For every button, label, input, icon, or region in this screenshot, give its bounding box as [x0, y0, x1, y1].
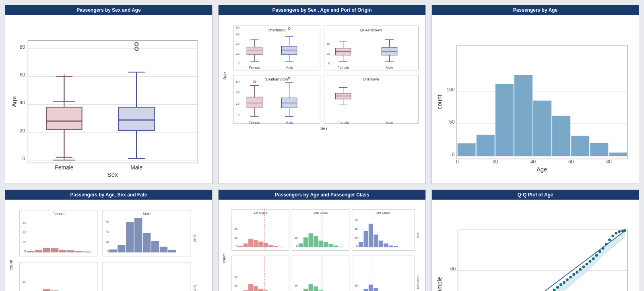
boxplot-sex-age-svg: Age 0 20 40 60 80 — [8, 18, 209, 180]
svg-rect-267 — [308, 284, 313, 291]
svg-line-305 — [479, 231, 625, 291]
svg-text:Queenstown: Queenstown — [360, 28, 382, 32]
svg-text:40: 40 — [20, 100, 25, 105]
svg-text:count: count — [222, 254, 226, 263]
svg-point-351 — [618, 230, 621, 233]
svg-point-347 — [605, 243, 608, 246]
svg-rect-121 — [552, 116, 571, 156]
svg-text:Male: Male — [386, 121, 393, 125]
faceted-boxplot-svg: Age Cherbourg 0 20 40 60 80 — [222, 18, 422, 130]
chart-title-5: Passengers by Age and Passenger Class — [219, 190, 425, 200]
svg-rect-123 — [590, 143, 609, 157]
svg-point-339 — [579, 268, 582, 271]
svg-text:0: 0 — [238, 62, 239, 65]
svg-rect-156 — [168, 250, 176, 253]
svg-rect-207 — [253, 240, 258, 248]
svg-rect-243 — [232, 256, 289, 291]
chart-area-4: count Female 0 20 40 60 — [5, 200, 212, 291]
svg-rect-138 — [27, 251, 35, 253]
svg-text:60: 60 — [568, 159, 574, 165]
svg-text:Survived: Survived — [193, 285, 197, 291]
svg-text:2nd Class: 2nd Class — [314, 211, 328, 215]
svg-text:60: 60 — [105, 220, 109, 223]
svg-text:Female: Female — [249, 121, 260, 125]
svg-rect-23 — [119, 107, 155, 130]
svg-point-349 — [611, 235, 614, 237]
svg-rect-154 — [151, 241, 159, 253]
svg-rect-251 — [253, 286, 258, 291]
svg-rect-119 — [514, 75, 533, 156]
svg-rect-234 — [359, 242, 363, 247]
svg-text:0: 0 — [452, 152, 455, 157]
svg-rect-132 — [20, 210, 98, 256]
chart-area-1: Age 0 20 40 60 80 — [5, 15, 212, 184]
svg-text:60: 60 — [236, 33, 240, 36]
svg-rect-117 — [476, 134, 495, 156]
svg-text:40: 40 — [236, 91, 240, 94]
svg-rect-144 — [75, 251, 83, 253]
svg-point-344 — [595, 254, 598, 257]
svg-rect-205 — [243, 244, 248, 248]
svg-text:0: 0 — [328, 62, 330, 65]
svg-point-346 — [602, 247, 605, 250]
svg-rect-141 — [51, 248, 59, 253]
svg-text:80: 80 — [20, 44, 25, 50]
svg-text:40: 40 — [236, 42, 240, 46]
svg-rect-211 — [273, 246, 278, 248]
svg-text:0: 0 — [238, 114, 239, 117]
svg-rect-278 — [352, 256, 415, 291]
svg-rect-75 — [233, 75, 320, 124]
svg-text:Died: Died — [193, 235, 197, 242]
svg-rect-139 — [35, 250, 43, 253]
svg-text:Unknown: Unknown — [363, 77, 379, 81]
svg-marker-304 — [479, 231, 625, 291]
svg-point-342 — [589, 260, 592, 263]
svg-rect-208 — [258, 241, 263, 247]
svg-rect-303 — [458, 230, 627, 291]
svg-rect-250 — [248, 284, 253, 291]
svg-text:Sample: Sample — [436, 277, 443, 291]
svg-point-353 — [623, 229, 626, 232]
svg-text:0: 0 — [23, 156, 25, 161]
svg-text:count: count — [8, 260, 13, 270]
svg-rect-226 — [339, 247, 343, 248]
svg-text:0: 0 — [296, 245, 298, 248]
svg-rect-221 — [314, 236, 318, 247]
svg-text:Male: Male — [143, 212, 151, 216]
svg-text:50: 50 — [449, 119, 455, 125]
svg-text:Female: Female — [337, 121, 349, 125]
svg-text:60: 60 — [450, 266, 456, 272]
svg-point-336 — [569, 276, 572, 279]
svg-rect-283 — [363, 289, 368, 291]
svg-rect-223 — [324, 242, 328, 247]
svg-rect-124 — [609, 153, 627, 156]
svg-text:20: 20 — [355, 284, 358, 287]
svg-rect-140 — [43, 248, 51, 253]
svg-text:Sex: Sex — [107, 171, 118, 178]
svg-text:100: 100 — [446, 87, 454, 93]
svg-rect-150 — [118, 245, 126, 253]
svg-rect-252 — [258, 289, 263, 291]
svg-text:1st Class: 1st Class — [254, 211, 267, 215]
chart-area-2: Age Cherbourg 0 20 40 60 80 — [219, 15, 425, 134]
chart-passengers-by-age: Passengers by Age count 0 50 100 — [431, 5, 639, 184]
svg-rect-16 — [46, 107, 82, 129]
svg-rect-209 — [263, 243, 268, 248]
svg-text:Survived: Survived — [416, 276, 420, 289]
svg-text:Died: Died — [416, 231, 420, 238]
svg-text:Female: Female — [53, 212, 65, 216]
svg-rect-268 — [314, 286, 318, 291]
histogram-age-svg: count 0 50 100 — [435, 18, 636, 175]
svg-text:20: 20 — [493, 159, 498, 165]
chart-title-6: Q-Q Plot of Age — [432, 190, 639, 200]
svg-text:20: 20 — [234, 236, 237, 239]
chart-title-1: Passengers by Sex and Age — [5, 5, 212, 15]
svg-point-343 — [592, 257, 595, 260]
chart-area-5: count 1st Class 0 20 40 — [219, 200, 425, 291]
svg-rect-235 — [363, 231, 368, 248]
svg-text:40: 40 — [234, 275, 237, 279]
chart-area-6: Sample 0 30 60 — [432, 200, 639, 291]
svg-point-331 — [553, 289, 556, 291]
svg-point-333 — [559, 283, 562, 286]
chart-area-3: count 0 50 100 — [432, 15, 639, 179]
